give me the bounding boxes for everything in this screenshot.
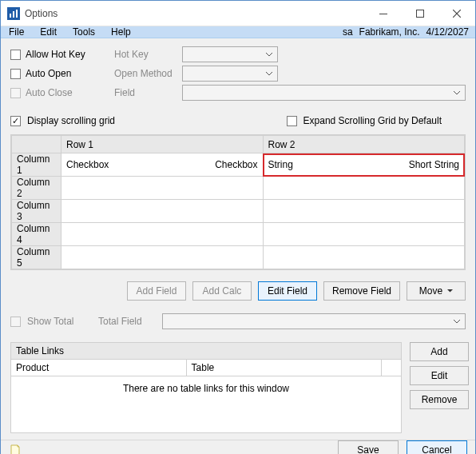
menu-company: Fabrikam, Inc. <box>359 26 420 38</box>
move-button-label: Move <box>419 285 442 297</box>
hot-key-label: Hot Key <box>114 49 182 60</box>
menu-tools[interactable]: Tools <box>65 26 103 38</box>
edit-field-button[interactable]: Edit Field <box>258 281 317 301</box>
grid-cell-r4c2[interactable] <box>263 223 465 246</box>
grid-cell-r1c1[interactable]: Checkbox Checkbox <box>61 153 264 177</box>
display-scrolling-grid-label: Display scrolling grid <box>27 115 115 126</box>
table-links-add-button[interactable]: Add <box>410 342 469 361</box>
window-title: Options <box>25 8 58 19</box>
move-button[interactable]: Move <box>407 281 466 301</box>
expand-default-label: Expand Scrolling Grid by Default <box>303 115 442 126</box>
grid-cell-r1c2-right: Short String <box>409 159 459 170</box>
grid-cell-r2c1[interactable] <box>61 177 264 200</box>
minimize-button[interactable] <box>365 1 402 26</box>
app-icon <box>7 7 20 20</box>
table-links-title: Table Links <box>11 343 401 360</box>
total-field-label: Total Field <box>98 316 162 327</box>
maximize-button[interactable] <box>402 1 438 26</box>
grid-row-header-1[interactable]: Column 1 <box>12 153 61 177</box>
auto-open-checkbox[interactable] <box>10 69 21 79</box>
grid-row-header-3[interactable]: Column 3 <box>12 200 61 223</box>
table-links-side-buttons: Add Edit Remove <box>410 342 466 433</box>
open-method-dropdown[interactable] <box>182 66 278 82</box>
options-window: Options File Edit Tools Help sa Fabrikam… <box>0 0 476 454</box>
open-method-label: Open Method <box>114 68 182 79</box>
title-bar: Options <box>1 1 475 26</box>
table-links-edit-button[interactable]: Edit <box>410 366 469 385</box>
auto-close-checkbox <box>10 88 21 98</box>
cancel-button[interactable]: Cancel <box>407 440 467 454</box>
grid-cell-r1c2[interactable]: String Short String <box>263 153 465 177</box>
grid-button-row: Add Field Add Calc Edit Field Remove Fie… <box>10 281 466 301</box>
open-options-grid: Allow Hot Key Hot Key Auto Open Open Met… <box>10 46 466 101</box>
add-calc-button: Add Calc <box>192 281 252 301</box>
dialog-content: Allow Hot Key Hot Key Auto Open Open Met… <box>1 38 475 440</box>
auto-open-label: Auto Open <box>26 68 71 79</box>
table-links-remove-button[interactable]: Remove <box>410 390 469 409</box>
grid-cell-r3c2[interactable] <box>263 200 465 223</box>
show-total-checkbox <box>10 317 21 327</box>
show-total-label: Show Total <box>27 316 73 327</box>
menu-user: sa <box>343 26 353 38</box>
auto-close-field-dropdown[interactable] <box>182 85 466 101</box>
chevron-down-icon <box>263 67 276 80</box>
total-field-dropdown[interactable] <box>162 313 466 329</box>
grid-cell-r2c2[interactable] <box>263 177 465 200</box>
table-links-col-product[interactable]: Product <box>11 360 187 376</box>
table-links-panel: Table Links Product Table There are no t… <box>10 342 466 433</box>
svg-rect-2 <box>13 11 14 18</box>
menu-date: 4/12/2027 <box>426 26 469 38</box>
menu-file[interactable]: File <box>1 26 32 38</box>
show-total-row: Show Total Total Field <box>10 313 466 329</box>
table-links-header: Product Table <box>11 360 401 376</box>
hot-key-dropdown[interactable] <box>182 46 278 62</box>
grid-cell-r1c2-left: String <box>268 159 293 170</box>
grid-header-row1[interactable]: Row 1 <box>61 136 264 153</box>
grid-row-header-4[interactable]: Column 4 <box>12 223 61 246</box>
grid-row-header-2[interactable]: Column 2 <box>12 177 61 200</box>
allow-hot-key-label: Allow Hot Key <box>26 49 85 60</box>
table-links-body: There are no table links for this window <box>11 376 401 432</box>
close-button[interactable] <box>438 1 475 26</box>
chevron-down-icon <box>450 315 463 328</box>
menu-bar: File Edit Tools Help sa Fabrikam, Inc. 4… <box>1 26 475 38</box>
display-scrolling-grid-checkbox[interactable] <box>10 116 21 126</box>
table-links-col-spacer <box>382 360 401 376</box>
add-field-button: Add Field <box>127 281 186 301</box>
grid-row-header-5[interactable]: Column 5 <box>12 246 61 269</box>
svg-rect-3 <box>16 10 18 18</box>
grid-header-row2[interactable]: Row 2 <box>263 136 465 153</box>
field-label: Field <box>114 87 182 98</box>
table-links-empty: There are no table links for this window <box>123 383 289 394</box>
grid-cell-r5c1[interactable] <box>61 246 264 269</box>
scrolling-grid-options: Display scrolling grid Expand Scrolling … <box>10 115 466 126</box>
svg-rect-4 <box>379 14 387 14</box>
chevron-down-icon <box>263 48 276 61</box>
grid-cell-r1c1-right: Checkbox <box>215 159 257 170</box>
dialog-footer: Save Cancel <box>1 440 475 454</box>
auto-close-label: Auto Close <box>26 87 73 98</box>
chevron-down-icon <box>447 289 453 293</box>
expand-default-checkbox[interactable] <box>287 116 297 126</box>
grid-corner <box>12 136 61 153</box>
note-icon[interactable] <box>9 444 22 454</box>
menu-help[interactable]: Help <box>103 26 139 38</box>
svg-rect-5 <box>417 10 424 17</box>
save-button[interactable]: Save <box>338 440 399 454</box>
grid-cell-r1c1-left: Checkbox <box>66 159 109 170</box>
remove-field-button[interactable]: Remove Field <box>323 281 400 301</box>
grid-cell-r4c1[interactable] <box>61 223 264 246</box>
table-links-box: Table Links Product Table There are no t… <box>10 342 402 433</box>
allow-hot-key-checkbox[interactable] <box>10 50 21 60</box>
menu-context: sa Fabrikam, Inc. 4/12/2027 <box>336 26 475 38</box>
grid-cell-r5c2[interactable] <box>263 246 465 269</box>
svg-rect-1 <box>10 14 11 18</box>
scrolling-grid: Row 1 Row 2 Column 1 Checkbox Checkbox <box>10 134 466 270</box>
grid-cell-r3c1[interactable] <box>61 200 264 223</box>
table-links-col-table[interactable]: Table <box>187 360 382 376</box>
chevron-down-icon <box>450 86 463 99</box>
menu-edit[interactable]: Edit <box>32 26 65 38</box>
